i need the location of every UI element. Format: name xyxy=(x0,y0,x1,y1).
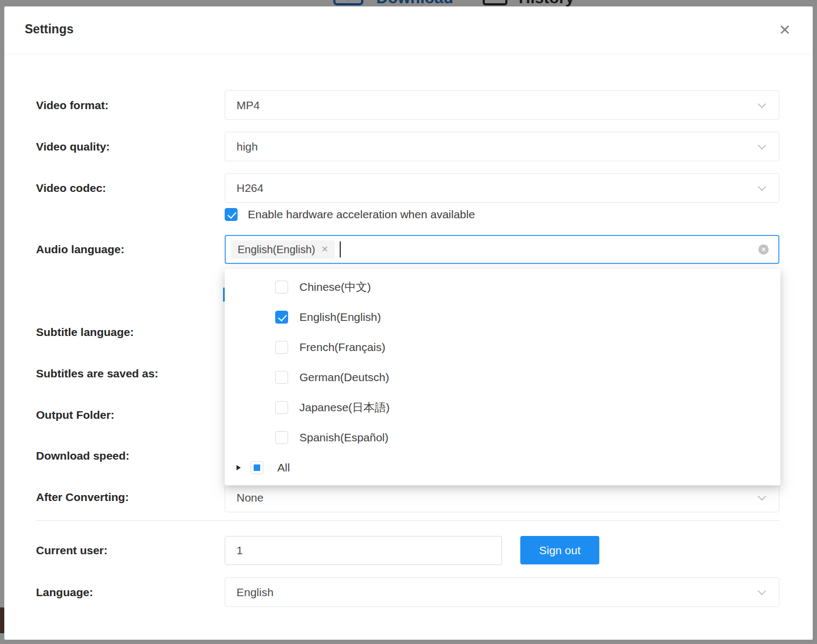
checkbox-icon[interactable] xyxy=(225,208,238,221)
language-value: English xyxy=(236,586,274,599)
option-all[interactable]: All xyxy=(225,453,780,483)
background-content-sliver xyxy=(0,607,4,633)
option-german[interactable]: German(Deutsch) xyxy=(225,362,780,392)
current-user-input[interactable] xyxy=(225,536,502,565)
chevron-down-icon xyxy=(758,492,766,500)
option-label: All xyxy=(277,461,290,474)
close-icon[interactable]: ✕ xyxy=(775,20,794,40)
sign-out-button[interactable]: Sign out xyxy=(520,536,599,564)
video-format-value: MP4 xyxy=(236,99,260,112)
indeterminate-checkbox-icon[interactable] xyxy=(250,461,263,474)
video-codec-select[interactable]: H264 xyxy=(225,173,779,203)
text-cursor xyxy=(340,241,341,257)
video-codec-label: Video codec: xyxy=(36,173,221,203)
video-codec-value: H264 xyxy=(236,182,263,195)
option-japanese[interactable]: Japanese(日本語) xyxy=(225,392,780,423)
selected-language-tag: English(English) ✕ xyxy=(231,240,335,259)
option-french[interactable]: French(Français) xyxy=(225,332,780,362)
video-format-label: Video format: xyxy=(36,90,221,120)
clear-field-icon[interactable]: ✕ xyxy=(758,245,769,255)
audio-language-label: Audio language: xyxy=(36,235,221,264)
subtitles-saved-as-label: Subtitles are saved as: xyxy=(36,359,221,389)
modal-overlay xyxy=(0,0,817,6)
download-speed-label: Download speed: xyxy=(36,441,221,471)
chevron-down-icon xyxy=(758,141,766,149)
checkbox-icon[interactable] xyxy=(275,401,288,414)
audio-language-multiselect[interactable]: English(English) ✕ ✕ xyxy=(225,235,779,264)
after-converting-select[interactable]: None xyxy=(225,483,779,512)
hardware-acceleration-row: Enable hardware acceleration when availa… xyxy=(225,206,475,223)
option-label: English(English) xyxy=(299,311,381,324)
option-label: German(Deutsch) xyxy=(299,371,389,384)
chevron-down-icon xyxy=(758,182,766,191)
page-title: Settings xyxy=(25,22,74,37)
checkbox-icon[interactable] xyxy=(275,311,288,324)
settings-dialog: Settings ✕ Video format: MP4 Video quali… xyxy=(4,6,813,640)
checkbox-icon[interactable] xyxy=(275,341,288,354)
checkbox-icon[interactable] xyxy=(275,371,288,384)
option-chinese[interactable]: Chinese(中文) xyxy=(225,272,780,302)
checkbox-icon[interactable] xyxy=(275,431,288,444)
language-select[interactable]: English xyxy=(225,577,779,607)
output-folder-label: Output Folder: xyxy=(36,400,221,430)
video-quality-select[interactable]: high xyxy=(225,132,779,161)
current-user-label: Current user: xyxy=(36,536,221,565)
after-converting-value: None xyxy=(236,491,263,504)
chevron-down-icon xyxy=(758,586,766,595)
option-label: Japanese(日本語) xyxy=(299,400,390,415)
checkbox-icon[interactable] xyxy=(275,281,288,294)
chevron-down-icon xyxy=(758,99,766,108)
language-label: Language: xyxy=(36,577,221,607)
option-label: French(Français) xyxy=(299,341,385,354)
option-spanish[interactable]: Spanish(Español) xyxy=(225,423,780,453)
video-quality-value: high xyxy=(236,140,258,153)
subtitle-language-label: Subtitle language: xyxy=(36,317,221,347)
after-converting-label: After Converting: xyxy=(36,482,221,512)
video-format-select[interactable]: MP4 xyxy=(225,90,779,120)
remove-tag-icon[interactable]: ✕ xyxy=(321,245,328,254)
expand-arrow-icon[interactable] xyxy=(236,465,241,470)
background-app-strip: Download History xyxy=(0,0,817,6)
screen: Download History Settings ✕ Video format… xyxy=(0,0,817,644)
selected-language-tag-text: English(English) xyxy=(238,244,316,256)
option-english[interactable]: English(English) xyxy=(225,302,780,332)
header-divider xyxy=(4,54,813,54)
audio-language-dropdown: Chinese(中文) English(English) French(Fran… xyxy=(225,269,780,485)
section-divider xyxy=(36,520,779,521)
option-label: Chinese(中文) xyxy=(299,280,371,295)
video-quality-label: Video quality: xyxy=(36,132,221,161)
option-label: Spanish(Español) xyxy=(299,431,389,444)
hardware-acceleration-label: Enable hardware acceleration when availa… xyxy=(248,208,475,221)
